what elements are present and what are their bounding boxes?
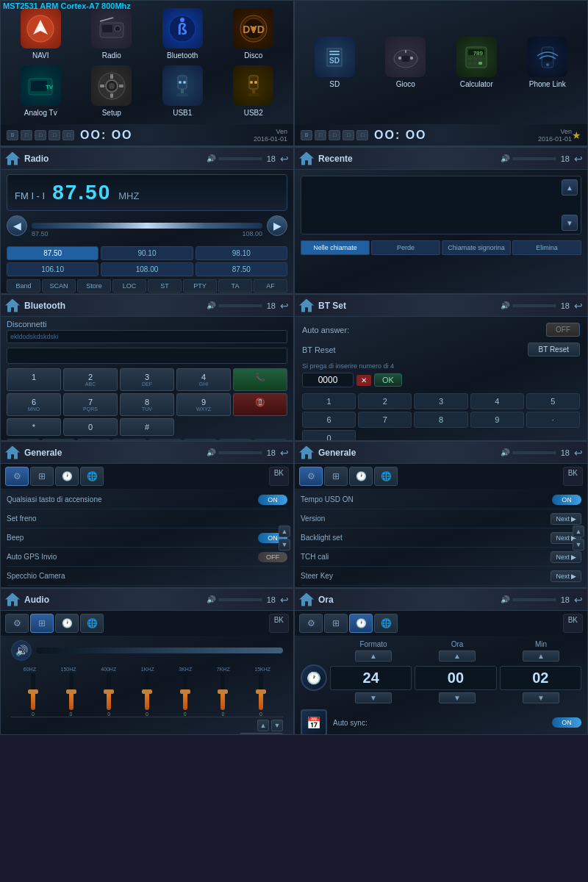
- back-button-btset[interactable]: ↩: [574, 300, 583, 312]
- settings-tab-eq[interactable]: ⊞: [30, 467, 54, 486]
- radio-preset-4[interactable]: 106.10: [7, 262, 98, 276]
- app-disco[interactable]: DVD Disco: [221, 8, 287, 60]
- min-up-button[interactable]: ▲: [523, 650, 559, 662]
- audio-tab-eq[interactable]: ⊞: [30, 614, 54, 633]
- app-gioco[interactable]: Gioco: [373, 8, 439, 117]
- home-icon-gen-l[interactable]: [5, 446, 20, 459]
- dial-1[interactable]: 1: [7, 368, 61, 391]
- radio-btn-band[interactable]: Band: [7, 279, 40, 293]
- btset-pin-input[interactable]: 0000: [302, 373, 354, 387]
- home-icon-bt[interactable]: [5, 299, 20, 312]
- app-analog-tv[interactable]: TV Analog Tv: [8, 65, 74, 117]
- radio-preset-6[interactable]: 87.50: [196, 262, 287, 276]
- settings-scroll-up-r[interactable]: ▲: [573, 526, 584, 537]
- row-3-toggle[interactable]: OFF: [258, 552, 287, 562]
- back-button-audio[interactable]: ↩: [280, 594, 289, 606]
- settings-tab-gear-r[interactable]: ⚙: [299, 467, 323, 486]
- settings-scroll-up[interactable]: ▲: [279, 526, 290, 537]
- dial-hangup[interactable]: 📵: [233, 393, 287, 416]
- min-down-button[interactable]: ▼: [523, 692, 559, 703]
- tab-nelle-chiamate[interactable]: Nelle chiamate: [301, 240, 370, 255]
- eq-preset-button[interactable]: Standard: [240, 733, 283, 734]
- settings-tab-gear[interactable]: ⚙: [5, 467, 29, 486]
- btset-key-1[interactable]: 1: [302, 393, 356, 409]
- bt-action-5[interactable]: 🔗: [148, 439, 182, 440]
- dial-hash[interactable]: #: [120, 418, 174, 436]
- radio-next-button[interactable]: ▶: [267, 215, 287, 236]
- dial-call[interactable]: 📞: [233, 368, 287, 391]
- bt-action-1[interactable]: 📋: [7, 439, 40, 440]
- audio-tab-globe[interactable]: 🌐: [80, 614, 104, 633]
- home-icon-gen-r[interactable]: [299, 446, 314, 459]
- audio-tab-gear[interactable]: ⚙: [5, 614, 29, 633]
- btset-key-2[interactable]: 2: [358, 393, 412, 409]
- radio-btn-st[interactable]: ST: [148, 279, 182, 293]
- back-button-recente[interactable]: ↩: [574, 153, 583, 165]
- btset-key-8[interactable]: 8: [414, 412, 467, 428]
- row-r3-next[interactable]: Next ▶: [551, 551, 581, 563]
- eq-scroll-up[interactable]: ▲: [257, 720, 269, 731]
- eq-bar-2[interactable]: 0: [63, 673, 79, 717]
- btset-key-7[interactable]: 7: [358, 412, 412, 428]
- row-r0-toggle[interactable]: ON: [552, 495, 581, 505]
- radio-btn-ta[interactable]: TA: [218, 279, 252, 293]
- btset-key-4[interactable]: 4: [470, 393, 524, 409]
- app-navi[interactable]: NAVI: [8, 8, 74, 60]
- dial-0[interactable]: 0: [63, 418, 118, 436]
- settings-tab-clock[interactable]: 🕐: [55, 467, 79, 486]
- audio-tab-clock[interactable]: 🕐: [55, 614, 79, 633]
- btset-key-6[interactable]: 6: [302, 412, 356, 428]
- ora-tab-globe[interactable]: 🌐: [374, 614, 398, 633]
- radio-preset-3[interactable]: 98.10: [196, 246, 287, 260]
- home-icon-btset[interactable]: [299, 299, 314, 312]
- ora-bk-button[interactable]: BK: [563, 614, 583, 633]
- dial-8[interactable]: 8TUV: [120, 393, 174, 416]
- bt-action-8[interactable]: ↙: [254, 439, 287, 440]
- btset-key-3[interactable]: 3: [414, 393, 467, 409]
- eq-bar-1[interactable]: 0: [25, 673, 41, 717]
- settings-tab-globe[interactable]: 🌐: [80, 467, 104, 486]
- eq-bar-4[interactable]: 0: [139, 673, 155, 717]
- settings-scroll-down[interactable]: ▼: [279, 539, 290, 551]
- ora-tab-clock[interactable]: 🕐: [349, 614, 373, 633]
- tab-elimina[interactable]: Elimina: [512, 240, 581, 255]
- bt-action-7[interactable]: 🎵: [219, 439, 252, 440]
- radio-btn-pty[interactable]: PTY: [183, 279, 217, 293]
- settings-tab-globe-r[interactable]: 🌐: [374, 467, 398, 486]
- eq-bar-3[interactable]: 0: [101, 673, 117, 717]
- settings-bk-button-r[interactable]: BK: [563, 467, 583, 486]
- eq-bar-5[interactable]: 0: [177, 673, 193, 717]
- eq-bar-7[interactable]: 0: [253, 673, 269, 717]
- hour-up-button[interactable]: ▲: [439, 650, 476, 662]
- bt-reset-button[interactable]: BT Reset: [528, 343, 581, 356]
- dial-star[interactable]: *: [7, 418, 61, 436]
- btset-key-dot[interactable]: ·: [526, 412, 580, 428]
- back-button-radio[interactable]: ↩: [280, 153, 289, 165]
- radio-btn-af[interactable]: AF: [254, 279, 287, 293]
- btset-clear-button[interactable]: ✕: [356, 375, 371, 386]
- dial-7[interactable]: 7PQRS: [63, 393, 118, 416]
- volume-slider[interactable]: [36, 648, 283, 653]
- row-0-toggle[interactable]: ON: [258, 495, 287, 505]
- dial-6[interactable]: 6MNO: [7, 393, 61, 416]
- btset-ok-button[interactable]: OK: [374, 373, 402, 387]
- radio-btn-scan[interactable]: SCAN: [42, 279, 76, 293]
- dial-4[interactable]: 4GHI: [176, 368, 231, 391]
- settings-scroll-down-r[interactable]: ▼: [573, 539, 584, 551]
- radio-prev-button[interactable]: ◀: [7, 215, 27, 236]
- radio-preset-2[interactable]: 90.10: [101, 246, 193, 260]
- ora-tab-eq[interactable]: ⊞: [324, 614, 348, 633]
- app-setup[interactable]: Setup: [79, 65, 145, 117]
- tab-perde[interactable]: Perde: [371, 240, 440, 255]
- app-sd[interactable]: SD SD: [302, 8, 368, 117]
- back-button-gen-r[interactable]: ↩: [574, 447, 583, 459]
- radio-btn-loc[interactable]: LOC: [112, 279, 146, 293]
- bt-action-2[interactable]: ⬇: [42, 439, 75, 440]
- home-icon-recente[interactable]: [299, 152, 314, 165]
- settings-tab-eq-r[interactable]: ⊞: [324, 467, 348, 486]
- btset-key-5[interactable]: 5: [526, 393, 580, 409]
- row-r1-next[interactable]: Next ▶: [551, 513, 581, 525]
- dial-3[interactable]: 3DEF: [120, 368, 174, 391]
- radio-preset-5[interactable]: 108.00: [101, 262, 193, 276]
- tab-chiamate-signorina[interactable]: Chiamate signorina: [442, 240, 511, 255]
